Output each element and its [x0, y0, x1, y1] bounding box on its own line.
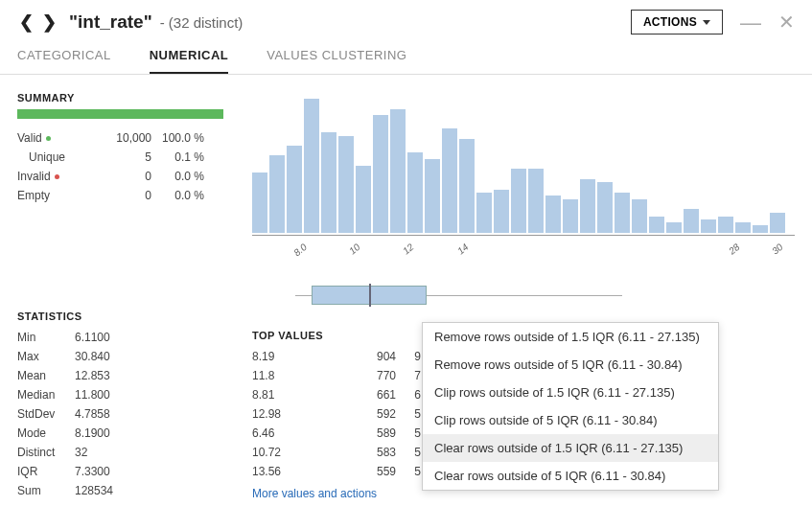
histogram-bar	[545, 196, 561, 233]
stat-row: Mode8.1900	[17, 424, 223, 443]
stat-value: 8.1900	[75, 426, 110, 440]
topvalue-value: 8.19	[252, 350, 348, 363]
tab-numerical[interactable]: NUMERICAL	[150, 48, 229, 74]
topvalue-count: 770	[348, 369, 396, 382]
status-dot-icon	[55, 174, 59, 179]
summary-count: 5	[94, 150, 151, 164]
dropdown-item[interactable]: Clip rows outside of 5 IQR (6.11 - 30.84…	[423, 406, 718, 434]
stat-value: 12.853	[75, 369, 110, 382]
topvalue-count: 589	[348, 426, 396, 440]
topvalue-count: 583	[348, 446, 396, 459]
topvalue-row: 8.816616.6 %	[252, 385, 444, 404]
chevron-down-icon	[703, 20, 710, 25]
histogram-bar	[338, 136, 354, 233]
histogram-bar	[666, 222, 682, 233]
summary-pct: 0.0 %	[151, 170, 204, 183]
summary-title: SUMMARY	[17, 92, 223, 104]
x-tick: 8.0	[292, 242, 310, 258]
histogram-bar	[753, 225, 768, 233]
x-tick: 10	[347, 242, 362, 257]
stat-label: Min	[17, 331, 75, 344]
stat-row: Mean12.853	[17, 366, 223, 385]
histogram-bar	[580, 179, 595, 233]
status-dot-icon	[46, 136, 51, 141]
x-tick: 28	[727, 242, 742, 257]
dropdown-item[interactable]: Clear rows outside of 1.5 IQR (6.11 - 27…	[423, 434, 718, 462]
stat-row: Median11.800	[17, 385, 223, 404]
histogram-bar	[321, 132, 336, 233]
histogram-bar	[615, 193, 630, 233]
stat-value: 7.3300	[75, 465, 110, 478]
statistics-title: STATISTICS	[17, 310, 223, 322]
topvalue-count: 592	[348, 407, 396, 421]
histogram-bar	[425, 159, 440, 233]
histogram-chart	[252, 92, 795, 236]
page-subtitle: - (32 distinct)	[160, 14, 244, 31]
boxplot-median	[369, 284, 371, 307]
histogram-bar	[459, 139, 475, 233]
stat-row: StdDev4.7858	[17, 404, 223, 424]
stat-label: Mean	[17, 369, 75, 382]
histogram-bar	[597, 182, 613, 233]
histogram-bar	[407, 152, 423, 233]
histogram-bar	[735, 222, 751, 233]
histogram-x-axis: 8.01012142830	[252, 242, 795, 259]
stat-value: 128534	[75, 484, 113, 497]
dropdown-item[interactable]: Remove rows outside of 5 IQR (6.11 - 30.…	[423, 351, 718, 379]
boxplot	[252, 286, 795, 309]
histogram-bar	[356, 166, 371, 233]
topvalue-value: 8.81	[252, 388, 348, 402]
stat-value: 11.800	[75, 388, 110, 402]
nav-prev-button[interactable]: ❮	[17, 13, 35, 31]
tab-categorical[interactable]: CATEGORICAL	[17, 48, 111, 74]
histogram-bar	[442, 128, 457, 233]
stat-value: 4.7858	[75, 407, 110, 421]
stat-row: Distinct32	[17, 443, 223, 462]
actions-button[interactable]: ACTIONS	[631, 10, 723, 34]
histogram-bar	[269, 155, 285, 233]
topvalue-count: 904	[348, 350, 396, 363]
stat-row: IQR7.3300	[17, 462, 223, 481]
histogram-bar	[494, 190, 509, 233]
topvalue-value: 12.98	[252, 407, 348, 421]
x-tick: 14	[455, 242, 471, 257]
stat-row: Min6.1100	[17, 328, 223, 347]
summary-count: 0	[94, 170, 151, 183]
stat-label: IQR	[17, 465, 75, 478]
histogram-bar	[511, 169, 526, 233]
minimize-button[interactable]: —	[740, 17, 761, 28]
stat-value: 32	[75, 446, 87, 459]
stat-label: Distinct	[17, 446, 75, 459]
validity-bar	[17, 109, 223, 119]
close-button[interactable]: ✕	[778, 11, 795, 34]
dropdown-item[interactable]: Clip rows outside of 1.5 IQR (6.11 - 27.…	[423, 379, 718, 406]
histogram-bar	[528, 169, 544, 233]
histogram-bar	[390, 109, 406, 233]
summary-row: Unique50.1 %	[17, 148, 223, 167]
dropdown-item[interactable]: Remove rows outside of 1.5 IQR (6.11 - 2…	[423, 323, 718, 351]
histogram-bar	[373, 115, 388, 233]
actions-button-label: ACTIONS	[643, 15, 697, 29]
summary-count: 0	[94, 189, 151, 202]
histogram-bar	[563, 199, 578, 233]
stat-value: 6.1100	[75, 331, 110, 344]
topvalue-value: 10.72	[252, 446, 348, 459]
topvalue-row: 10.725835.8 %	[252, 443, 444, 462]
summary-row: Empty00.0 %	[17, 186, 223, 205]
nav-next-button[interactable]: ❯	[40, 13, 58, 31]
histogram-bar	[304, 99, 319, 233]
summary-pct: 0.0 %	[151, 189, 204, 202]
stat-label: StdDev	[17, 407, 75, 421]
topvalue-count: 559	[348, 465, 396, 478]
topvalue-row: 12.985925.9 %	[252, 404, 444, 424]
dropdown-item[interactable]: Clear rows outside of 5 IQR (6.11 - 30.8…	[423, 462, 718, 490]
topvalue-row: 8.199049.0 %	[252, 347, 444, 366]
topvalue-row: 11.87707.7 %	[252, 366, 444, 385]
x-tick: 30	[770, 242, 785, 257]
tab-clustering[interactable]: VALUES CLUSTERING	[267, 48, 406, 74]
topvalue-value: 11.8	[252, 369, 348, 382]
x-tick: 12	[402, 242, 417, 257]
topvalue-row: 13.565595.6 %	[252, 462, 444, 481]
histogram-bar	[252, 172, 267, 233]
more-values-link[interactable]: More values and actions	[252, 487, 444, 500]
